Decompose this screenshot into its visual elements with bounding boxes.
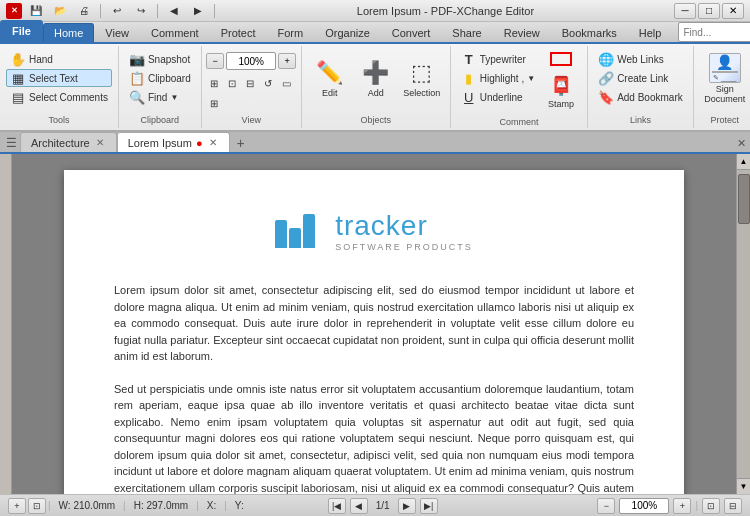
create-link-icon: 🔗 (598, 71, 614, 86)
find-input[interactable] (678, 22, 750, 42)
title-bar: ✕ 💾 📂 🖨 ↩ ↪ ◀ ▶ Lorem Ipsum - PDF-XChang… (0, 0, 750, 22)
view-btn-6[interactable]: ⊞ (206, 94, 222, 112)
open-button[interactable]: 📂 (50, 2, 70, 20)
select-text-icon: ▦ (10, 71, 26, 86)
sign-doc-icon: 👤 ✎ ____ (709, 53, 741, 83)
web-links-icon: 🌐 (598, 52, 614, 67)
select-text-button[interactable]: ▦ Select Text (6, 69, 112, 87)
add-button[interactable]: ➕ Add (354, 50, 398, 108)
tab-help[interactable]: Help (628, 23, 673, 42)
stamp-button[interactable]: 📮 Stamp (541, 70, 581, 114)
view-btn-4[interactable]: ↺ (260, 74, 276, 92)
redo-button[interactable]: ↪ (131, 2, 151, 20)
print-button[interactable]: 🖨 (74, 2, 94, 20)
tab-home[interactable]: Home (43, 23, 94, 42)
height-display: H: 297.0mm (134, 500, 188, 511)
tab-architecture-close[interactable]: ✕ (94, 137, 106, 148)
close-panel-button[interactable]: ✕ (732, 134, 750, 152)
tab-lorem-ipsum[interactable]: Lorem Ipsum ● ✕ (117, 132, 230, 152)
chevron-down-icon: ▼ (527, 74, 535, 83)
separator-4: | (224, 500, 227, 511)
fit-width-button[interactable]: ⊟ (724, 498, 742, 514)
logo-text: tracker SOFTWARE PRODUCTS (335, 210, 473, 252)
fit-page-button[interactable]: ⊡ (702, 498, 720, 514)
clipboard-content: 📷 Snapshot 📋 Clipboard 🔍 Find ▼ (123, 48, 197, 114)
scroll-thumb[interactable] (738, 174, 750, 224)
highlight-color-box[interactable] (550, 52, 572, 66)
next-page-button[interactable]: ▶ (398, 498, 416, 514)
sign-document-button[interactable]: 👤 ✎ ____ Sign Document (700, 50, 750, 108)
view-btn-5[interactable]: ▭ (278, 74, 295, 92)
document-area[interactable]: tracker SOFTWARE PRODUCTS Lorem ipsum do… (12, 154, 736, 494)
forward-button[interactable]: ▶ (188, 2, 208, 20)
logo-icon (275, 214, 315, 248)
tab-view[interactable]: View (94, 23, 140, 42)
view-content: − + ⊞ ⊡ ⊟ ↺ ▭ ⊞ (204, 48, 298, 114)
tab-organize[interactable]: Organize (314, 23, 381, 42)
protect-content: 👤 ✎ ____ Sign Document (698, 48, 750, 114)
edit-button[interactable]: ✏️ Edit (308, 50, 352, 108)
tab-protect[interactable]: Protect (210, 23, 267, 42)
scroll-down-button[interactable]: ▼ (737, 478, 751, 494)
find-button[interactable]: 🔍 Find ▼ (125, 88, 195, 106)
close-button[interactable]: ✕ (722, 3, 744, 19)
undo-button[interactable]: ↩ (107, 2, 127, 20)
view-btn-1[interactable]: ⊞ (206, 74, 222, 92)
zoom-in-button[interactable]: + (278, 53, 296, 69)
tab-convert[interactable]: Convert (381, 23, 442, 42)
view-btn-3[interactable]: ⊟ (242, 74, 258, 92)
status-zoom-input[interactable] (619, 498, 669, 514)
status-tool-2[interactable]: ⊡ (28, 498, 46, 514)
clipboard-button[interactable]: 📋 Clipboard (125, 69, 195, 87)
underline-button[interactable]: U Underline (457, 88, 539, 106)
status-zoom-out[interactable]: − (597, 498, 615, 514)
last-page-button[interactable]: ▶| (420, 498, 438, 514)
typewriter-button[interactable]: T Typewriter (457, 50, 539, 68)
tab-comment[interactable]: Comment (140, 23, 210, 42)
first-page-button[interactable]: |◀ (328, 498, 346, 514)
page-navigation: |◀ ◀ 1/1 ▶ ▶| (328, 498, 438, 514)
clipboard-icon: 📋 (129, 71, 145, 86)
web-links-button[interactable]: 🌐 Web Links (594, 50, 687, 68)
protect-label: Protect (710, 114, 739, 126)
add-icon: ➕ (362, 60, 389, 86)
add-bookmark-button[interactable]: 🔖 Add Bookmark (594, 88, 687, 106)
tab-form[interactable]: Form (267, 23, 315, 42)
selection-icon: ⬚ (411, 60, 432, 86)
tab-bookmarks[interactable]: Bookmarks (551, 23, 628, 42)
view-btn-2[interactable]: ⊡ (224, 74, 240, 92)
save-button[interactable]: 💾 (26, 2, 46, 20)
tools-label: Tools (48, 114, 69, 126)
para-2: Sed ut perspiciatis unde omnis iste natu… (114, 381, 634, 495)
edit-icon: ✏️ (316, 60, 343, 86)
highlight-button[interactable]: ▮ Highlight , ▼ (457, 69, 539, 87)
protect-group: 👤 ✎ ____ Sign Document Protect (694, 46, 750, 128)
tab-share[interactable]: Share (441, 23, 492, 42)
scroll-up-button[interactable]: ▲ (737, 154, 751, 170)
maximize-button[interactable]: □ (698, 3, 720, 19)
fit-icon: ⊡ (228, 78, 236, 89)
tab-review[interactable]: Review (493, 23, 551, 42)
create-link-button[interactable]: 🔗 Create Link (594, 69, 687, 87)
status-zoom: − + | ⊡ ⊟ (597, 498, 742, 514)
tab-lorem-close[interactable]: ✕ (207, 137, 219, 148)
zoom-out-button[interactable]: − (206, 53, 224, 69)
status-tool-1[interactable]: + (8, 498, 26, 514)
tab-file[interactable]: File (0, 20, 43, 42)
selection-button[interactable]: ⬚ Selection (400, 50, 444, 108)
zoom-input[interactable] (226, 52, 276, 70)
status-zoom-in[interactable]: + (673, 498, 691, 514)
new-tab-button[interactable]: + (232, 134, 250, 152)
tabs-menu-icon[interactable]: ☰ (2, 134, 20, 152)
tools-content: ✋ Hand ▦ Select Text ▤ Select Comments (4, 48, 114, 114)
width-icon: ⊟ (246, 78, 254, 89)
select-comments-button[interactable]: ▤ Select Comments (6, 88, 112, 106)
snapshot-button[interactable]: 📷 Snapshot (125, 50, 195, 68)
prev-page-button[interactable]: ◀ (350, 498, 368, 514)
back-button[interactable]: ◀ (164, 2, 184, 20)
minimize-button[interactable]: ─ (674, 3, 696, 19)
vertical-scrollbar[interactable]: ▲ ▼ (736, 154, 750, 494)
app-icon: ✕ (6, 3, 22, 19)
tab-architecture[interactable]: Architecture ✕ (20, 132, 117, 152)
hand-tool-button[interactable]: ✋ Hand (6, 50, 112, 68)
